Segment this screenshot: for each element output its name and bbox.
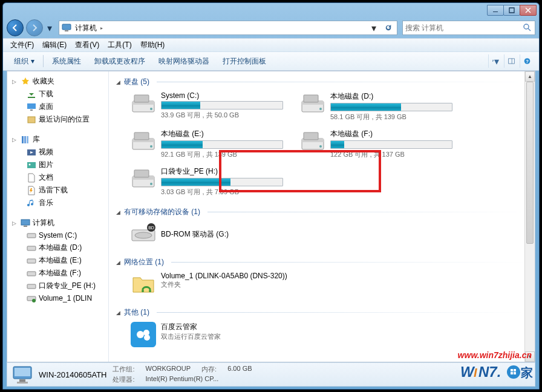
menu-edit[interactable]: 编辑(E)	[39, 39, 70, 51]
menu-bar: 文件(F) 编辑(E) 查看(V) 工具(T) 帮助(H)	[3, 38, 539, 51]
status-workgroup-label: 工作组:	[113, 365, 134, 374]
scroll-up-button[interactable]: ▲	[525, 71, 535, 82]
other-name: 百度云管家	[161, 322, 221, 332]
drive-icon	[27, 243, 36, 253]
sidebar-item-videos[interactable]: 视频	[7, 146, 108, 158]
main-body: ▷收藏夹 下载 桌面 最近访问的位置 ▷库 视频 图片 文档 迅雷下载 音乐 ▷…	[7, 71, 535, 362]
sidebar-item-drive-c[interactable]: System (C:)	[7, 229, 108, 241]
svg-rect-39	[134, 132, 149, 140]
download-icon	[27, 90, 36, 99]
control-panel-button[interactable]: 打开控制面板	[217, 54, 272, 69]
view-mode-button[interactable]: ▾	[488, 54, 503, 68]
svg-rect-25	[27, 284, 36, 289]
bdrom-icon: BD	[131, 221, 156, 247]
menu-view[interactable]: 查看(V)	[71, 39, 103, 51]
drive-item[interactable]: 本地磁盘 (D:) 58.1 GB 可用 , 共 139 GB	[298, 89, 455, 124]
drive-icon	[27, 281, 36, 291]
search-input[interactable]	[405, 24, 523, 32]
nav-history-dropdown[interactable]: ▾	[45, 22, 54, 34]
search-box[interactable]	[402, 21, 535, 35]
map-netdrive-button[interactable]: 映射网络驱动器	[152, 54, 215, 69]
svg-rect-24	[27, 272, 36, 276]
preview-pane-button[interactable]	[504, 54, 518, 68]
sidebar-item-downloads[interactable]: 下载	[7, 88, 108, 100]
svg-rect-35	[304, 95, 318, 102]
section-network[interactable]: ◢网络位置 (1)	[116, 255, 527, 269]
forward-button[interactable]	[26, 19, 43, 36]
sidebar-item-xunlei[interactable]: 迅雷下载	[7, 184, 108, 197]
other-sub: 双击运行百度云管家	[161, 332, 221, 341]
minimize-button[interactable]	[487, 5, 504, 16]
help-button[interactable]: ?	[520, 54, 534, 68]
svg-point-27	[32, 299, 36, 302]
drive-item[interactable]: 本地磁盘 (F:) 122 GB 可用 , 共 137 GB	[298, 126, 455, 162]
menu-file[interactable]: 文件(F)	[7, 39, 38, 51]
search-icon	[523, 23, 532, 33]
library-icon	[21, 135, 30, 145]
address-bar[interactable]: 计算机 ▸ ▾	[59, 21, 397, 35]
sidebar-item-drive-f[interactable]: 本地磁盘 (F:)	[7, 267, 108, 279]
svg-text:?: ?	[526, 59, 529, 64]
scroll-down-button[interactable]: ▼	[525, 351, 535, 362]
sidebar-item-recent[interactable]: 最近访问的位置	[7, 113, 108, 126]
sidebar-item-drive-h[interactable]: 口袋专业_PE (H:)	[7, 279, 108, 292]
drive-item[interactable]: 口袋专业_PE (H:) 3.03 GB 可用 , 共 7.09 GB	[128, 164, 286, 199]
breadcrumb-root[interactable]: 计算机	[74, 23, 98, 33]
svg-rect-6	[509, 59, 515, 64]
hdd-icon	[300, 91, 325, 117]
close-button[interactable]	[520, 5, 537, 16]
svg-rect-22	[27, 246, 36, 250]
drive-item[interactable]: System (C:) 33.9 GB 可用 , 共 50.0 GB	[128, 89, 286, 124]
sidebar-computer[interactable]: ▷计算机	[7, 217, 108, 229]
sidebar-item-drive-e[interactable]: 本地磁盘 (E:)	[7, 254, 108, 267]
section-hdd[interactable]: ◢硬盘 (5)	[116, 75, 527, 89]
address-dropdown[interactable]: ▾	[368, 22, 380, 34]
sidebar-item-documents[interactable]: 文档	[7, 171, 108, 184]
computer-icon	[12, 364, 33, 385]
content-pane: ◢硬盘 (5) System (C:) 33.9 GB 可用 , 共 50.0 …	[109, 71, 535, 362]
drive-icon	[27, 269, 36, 278]
sidebar-item-pictures[interactable]: 图片	[7, 158, 108, 171]
maximize-button[interactable]	[503, 5, 520, 16]
section-other[interactable]: ◢其他 (1)	[116, 305, 527, 319]
svg-point-54	[137, 331, 144, 338]
scroll-thumb[interactable]	[526, 82, 534, 244]
hdd-icon	[131, 91, 156, 117]
svg-rect-60	[17, 382, 28, 384]
drive-bdrom[interactable]: BD BD-ROM 驱动器 (G:)	[128, 219, 527, 249]
svg-rect-4	[494, 60, 494, 61]
system-properties-button[interactable]: 系统属性	[46, 54, 87, 69]
menu-help[interactable]: 帮助(H)	[137, 39, 169, 51]
sidebar-item-desktop[interactable]: 桌面	[7, 100, 108, 113]
recent-icon	[27, 115, 36, 125]
network-volume1[interactable]: Volume_1 (DLINK-0A5AB0 (DNS-320)) 文件夹	[128, 269, 527, 299]
uninstall-button[interactable]: 卸载或更改程序	[88, 54, 151, 69]
sidebar-item-volume1[interactable]: Volume_1 (DLIN	[7, 292, 108, 304]
svg-rect-11	[30, 109, 33, 111]
menu-tools[interactable]: 工具(T)	[104, 39, 135, 51]
status-memory-label: 内存:	[201, 365, 217, 374]
hdd-icon	[300, 129, 325, 154]
sidebar-favorites[interactable]: ▷收藏夹	[7, 75, 108, 88]
desktop-icon	[27, 102, 36, 112]
video-icon	[27, 148, 36, 157]
drive-item[interactable]: 本地磁盘 (E:) 92.1 GB 可用 , 共 139 GB	[128, 126, 286, 162]
svg-rect-15	[27, 136, 28, 143]
sidebar-item-music[interactable]: 音乐	[7, 197, 108, 209]
picture-icon	[27, 160, 36, 170]
section-removable[interactable]: ◢有可移动存储的设备 (1)	[116, 205, 527, 219]
other-baiduyun[interactable]: 百度云管家 双击运行百度云管家	[128, 319, 527, 350]
status-computer-name: WIN-20140605ATH	[39, 370, 106, 379]
back-button[interactable]	[7, 19, 24, 36]
explorer-window: ▾ 计算机 ▸ ▾ 文件(F) 编辑(E) 查看(V) 工具(T) 帮助(H) …	[2, 2, 540, 390]
svg-point-2	[524, 24, 529, 29]
breadcrumb-sep-icon[interactable]: ▸	[100, 25, 103, 31]
refresh-button[interactable]	[382, 22, 394, 34]
sidebar-libraries[interactable]: ▷库	[7, 133, 108, 146]
content-scrollbar[interactable]: ▲ ▼	[524, 71, 535, 362]
hdd-icon	[131, 129, 156, 154]
drive-icon	[27, 230, 36, 240]
sidebar-item-drive-d[interactable]: 本地磁盘 (D:)	[7, 241, 108, 254]
netdrive-icon	[27, 293, 36, 303]
organize-button[interactable]: 组织 ▾	[8, 54, 41, 69]
